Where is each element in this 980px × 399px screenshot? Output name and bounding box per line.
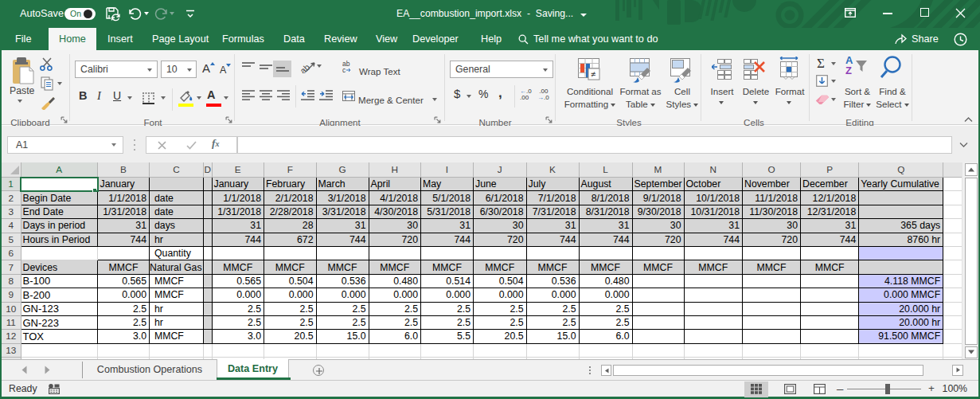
svg-text:≠: ≠ xyxy=(591,69,595,79)
